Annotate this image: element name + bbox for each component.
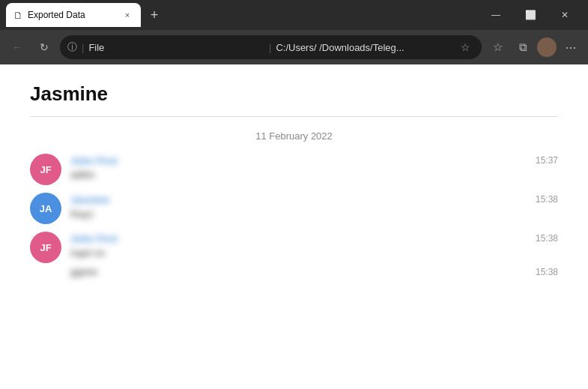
message-body: Jasmine fhay1: [70, 193, 558, 220]
address-input-wrap[interactable]: ⓘ | File | C:/Users/ /Downloads/Teleg...…: [60, 35, 482, 59]
collections-button[interactable]: ⧉: [512, 36, 534, 58]
address-bar: ← ↻ ⓘ | File | C:/Users/ /Downloads/Tele…: [0, 30, 588, 64]
browser-chrome: 🗋 Exported Data × + — ⬜ ✕ ← ↻ ⓘ | File |…: [0, 0, 588, 64]
message-row: JA Jasmine fhay1 15:38: [30, 193, 558, 224]
add-to-favorites-icon[interactable]: ☆: [456, 38, 474, 56]
message-sender: John First: [70, 155, 118, 166]
file-label: File: [88, 42, 264, 53]
tab-close-button[interactable]: ×: [121, 9, 133, 21]
message-list: JF John First ddfhh 15:37 JA Jasmine fha…: [30, 154, 558, 277]
message-time: 15:38: [536, 233, 558, 244]
chat-title: Jasmine: [30, 82, 558, 117]
profile-avatar[interactable]: [537, 37, 557, 57]
address-separator-2: |: [269, 42, 271, 53]
more-options-button[interactable]: ···: [560, 36, 582, 58]
message-sender: John First: [70, 233, 118, 244]
message-row: JF John First ddfhh 15:37: [30, 154, 558, 185]
close-button[interactable]: ✕: [548, 0, 582, 30]
message-time: 15:38: [536, 194, 558, 205]
refresh-button[interactable]: ↻: [33, 36, 55, 58]
message-text: fhay1: [70, 208, 94, 220]
window-controls: — ⬜ ✕: [479, 0, 582, 30]
message-row: JF John First haph im 15:38: [30, 232, 558, 263]
message-text: ddfhh: [70, 169, 95, 181]
message-time: 15:37: [536, 155, 558, 166]
avatar: JF: [30, 232, 61, 263]
url-text: C:/Users/ /Downloads/Teleg...: [276, 42, 452, 53]
message-sender: Jasmine: [70, 194, 109, 205]
message-text: haph im: [70, 247, 105, 259]
avatar: JF: [30, 154, 61, 185]
tab-page-icon: 🗋: [13, 10, 23, 21]
message-body: John First ddfhh: [70, 154, 558, 181]
avatar: JA: [30, 193, 61, 224]
maximize-button[interactable]: ⬜: [513, 0, 548, 30]
sub-message-time: 15:38: [536, 267, 558, 277]
back-button[interactable]: ←: [6, 36, 28, 58]
favorites-button[interactable]: ☆: [486, 36, 509, 58]
toolbar-icons: ☆ ⧉ ···: [486, 36, 582, 58]
address-separator: |: [82, 42, 84, 53]
tab-bar: 🗋 Exported Data × + — ⬜ ✕: [0, 0, 588, 30]
date-divider: 11 February 2022: [30, 130, 558, 142]
sub-message-text: ggeee: [70, 266, 536, 277]
tab-title: Exported Data: [28, 10, 117, 20]
active-tab[interactable]: 🗋 Exported Data ×: [6, 3, 141, 27]
info-icon: ⓘ: [67, 40, 77, 54]
new-tab-button[interactable]: +: [144, 4, 165, 25]
page-content: Jasmine 11 February 2022 JF John First d…: [0, 64, 588, 389]
sub-message-row: ggeee 15:38: [30, 266, 558, 277]
minimize-button[interactable]: —: [479, 0, 513, 30]
message-group: JF John First haph im 15:38 ggeee 15:38: [30, 232, 558, 277]
message-body: John First haph im: [70, 232, 558, 259]
